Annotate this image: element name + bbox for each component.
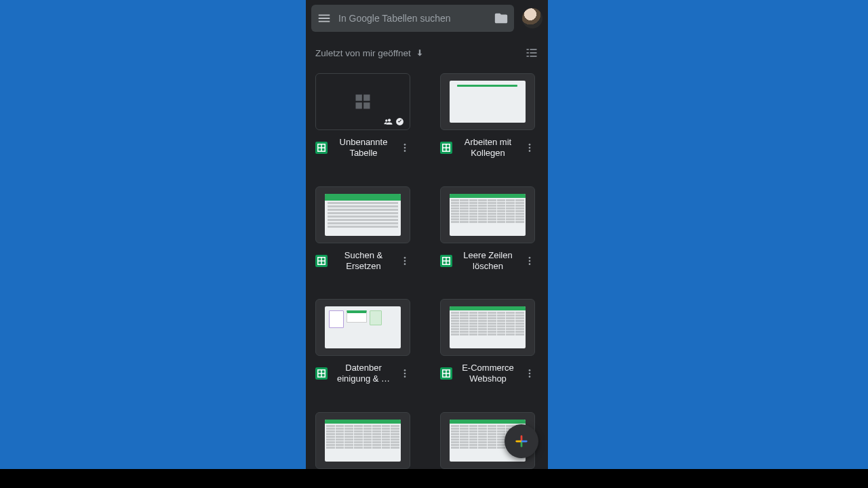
search-placeholder: In Google Tabellen suchen <box>338 13 487 24</box>
file-meta: E-Commerce Webshop <box>440 363 535 385</box>
file-name: E-Commerce Webshop <box>458 363 519 385</box>
svg-point-5 <box>404 144 406 146</box>
svg-point-42 <box>528 376 530 378</box>
file-name: Datenber einigung & … <box>333 363 394 385</box>
svg-point-34 <box>404 373 406 375</box>
plus-icon <box>514 434 529 449</box>
svg-point-14 <box>528 150 530 152</box>
file-card[interactable]: Suchen & Ersetzen <box>315 186 410 272</box>
top-bar: In Google Tabellen suchen <box>306 0 548 37</box>
more-icon[interactable] <box>399 142 410 153</box>
sheets-icon <box>315 255 328 267</box>
svg-point-40 <box>528 369 530 371</box>
file-meta: Suchen & Ersetzen <box>315 250 410 272</box>
file-thumbnail <box>440 299 535 356</box>
sheets-icon <box>315 142 328 154</box>
file-name: Leere Zeilen löschen <box>458 250 519 272</box>
offline-icon <box>395 117 404 126</box>
file-grid: Unbenannte Tabelle Arbeiten mit Kollegen <box>306 66 548 469</box>
file-meta: Unbenannte Tabelle <box>315 137 410 159</box>
sort-bar: Zuletzt von mir geöffnet <box>306 37 548 66</box>
more-icon[interactable] <box>524 142 535 153</box>
file-thumbnail <box>315 412 410 469</box>
file-thumbnail <box>440 73 535 130</box>
sort-label-text: Zuletzt von mir geöffnet <box>315 48 411 58</box>
svg-point-26 <box>528 257 530 259</box>
file-meta: Leere Zeilen löschen <box>440 250 535 272</box>
svg-point-35 <box>404 376 406 378</box>
avatar[interactable] <box>522 8 542 28</box>
svg-point-12 <box>528 144 530 146</box>
file-meta: Arbeiten mit Kollegen <box>440 137 535 159</box>
arrow-down-icon <box>415 48 425 58</box>
file-card[interactable]: Leere Zeilen löschen <box>440 186 535 272</box>
svg-point-13 <box>528 147 530 149</box>
svg-point-19 <box>404 257 406 259</box>
letterbox <box>0 469 868 488</box>
file-thumbnail <box>315 73 410 130</box>
menu-icon[interactable] <box>317 11 332 26</box>
new-sheet-fab[interactable] <box>505 424 538 458</box>
file-card[interactable]: Arbeiten mit Kollegen <box>440 73 535 159</box>
file-name: Unbenannte Tabelle <box>333 137 394 159</box>
sheets-icon <box>315 367 328 380</box>
file-card[interactable]: Unbenannte Tabelle <box>315 73 410 159</box>
file-card[interactable]: E-Commerce Webshop <box>440 299 535 385</box>
file-thumbnail <box>315 186 410 243</box>
sheets-icon <box>440 142 452 154</box>
svg-point-7 <box>404 150 406 152</box>
svg-point-20 <box>404 260 406 262</box>
file-name: Arbeiten mit Kollegen <box>458 137 519 159</box>
svg-point-33 <box>404 369 406 371</box>
svg-point-41 <box>528 373 530 375</box>
more-icon[interactable] <box>399 256 410 266</box>
folder-icon[interactable] <box>494 11 509 26</box>
file-thumbnail <box>440 186 535 243</box>
file-thumbnail <box>315 299 410 356</box>
file-name: Suchen & Ersetzen <box>333 250 394 272</box>
sheets-placeholder-icon <box>353 92 372 111</box>
svg-point-21 <box>404 263 406 265</box>
more-icon[interactable] <box>524 256 535 266</box>
search-bar[interactable]: In Google Tabellen suchen <box>311 5 514 32</box>
shared-icon <box>384 117 393 126</box>
app-frame: In Google Tabellen suchen Zuletzt von mi… <box>306 0 548 469</box>
sheets-icon <box>440 367 452 380</box>
svg-point-6 <box>404 147 406 149</box>
file-card[interactable]: E-Commerce <box>315 412 410 470</box>
svg-point-27 <box>528 260 530 262</box>
file-card[interactable]: Datenber einigung & … <box>315 299 410 385</box>
more-icon[interactable] <box>399 368 410 379</box>
sort-dropdown[interactable]: Zuletzt von mir geöffnet <box>315 48 425 58</box>
list-view-icon[interactable] <box>525 46 538 60</box>
more-icon[interactable] <box>524 368 535 379</box>
svg-point-28 <box>528 263 530 265</box>
sheets-icon <box>440 255 452 267</box>
file-meta: Datenber einigung & … <box>315 363 410 385</box>
